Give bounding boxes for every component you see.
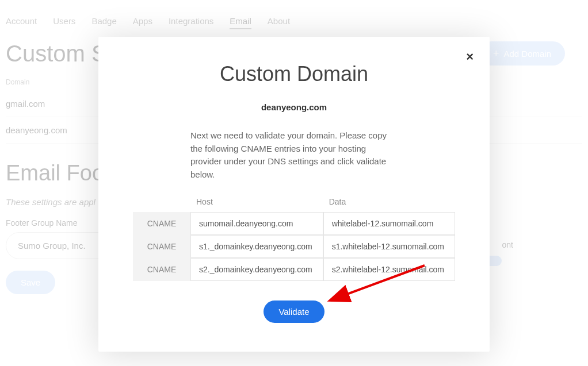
dns-host-cell[interactable]: sumomail.deanyeong.com (190, 212, 323, 235)
dns-data-cell[interactable]: whitelabel-12.sumomail.com (323, 212, 455, 235)
dns-type-cell: CNAME (133, 212, 190, 235)
dns-header-host: Host (190, 194, 323, 212)
dns-record-row: CNAME s1._domainkey.deanyeong.com s1.whi… (133, 235, 455, 258)
dns-data-cell[interactable]: s2.whitelabel-12.sumomail.com (323, 258, 455, 281)
dns-host-cell[interactable]: s2._domainkey.deanyeong.com (190, 258, 323, 281)
close-icon[interactable]: × (466, 51, 474, 63)
dns-record-row: CNAME sumomail.deanyeong.com whitelabel-… (133, 212, 455, 235)
dns-data-cell[interactable]: s1.whitelabel-12.sumomail.com (323, 235, 455, 258)
dns-host-cell[interactable]: s1._domainkey.deanyeong.com (190, 235, 323, 258)
custom-domain-modal: × Custom Domain deanyeong.com Next we ne… (98, 37, 490, 352)
dns-records-table: Host Data CNAME sumomail.deanyeong.com w… (133, 194, 455, 281)
modal-title: Custom Domain (133, 62, 455, 86)
dns-type-cell: CNAME (133, 258, 190, 281)
validate-button[interactable]: Validate (264, 300, 324, 323)
dns-record-row: CNAME s2._domainkey.deanyeong.com s2.whi… (133, 258, 455, 281)
modal-domain-name: deanyeong.com (133, 102, 455, 112)
modal-overlay: × Custom Domain deanyeong.com Next we ne… (0, 0, 588, 366)
dns-header-data: Data (323, 194, 455, 212)
modal-instructions: Next we need to validate your domain. Pl… (190, 129, 398, 181)
dns-type-cell: CNAME (133, 235, 190, 258)
